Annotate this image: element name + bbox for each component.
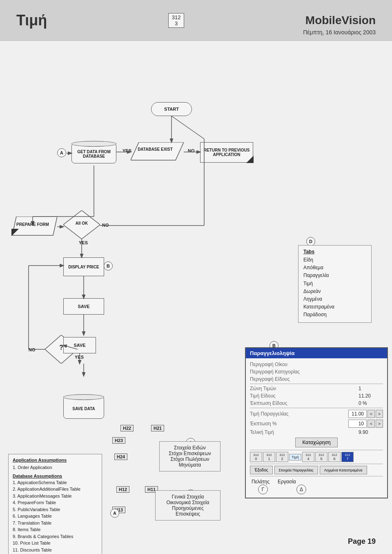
tabs-box-item: Τιμή — [303, 280, 366, 288]
page-number: Page 19 — [348, 537, 376, 546]
order-row-timi-eidous: Τιμή Είδους 11.20 — [250, 393, 383, 399]
no-label-3: NO — [29, 347, 36, 352]
label-d: D — [306, 237, 315, 246]
btab-d[interactable]: 3127 — [341, 452, 354, 462]
tabs-box-item: Ληγμένα — [303, 295, 366, 303]
btab-2[interactable]: 3122 — [276, 452, 288, 462]
db-item: 10. Price List Table — [13, 540, 98, 547]
title-right: MobileVision — [305, 14, 376, 27]
ekptosi-pct-label: Έκπτωση % — [250, 421, 348, 427]
gamma-circle: Γ — [258, 485, 268, 494]
order-row-oikos: Περιγραφή Οίκου — [250, 362, 383, 367]
yes-label-1: YES — [122, 148, 131, 153]
label-b: B — [104, 261, 113, 270]
h12-label: H12 — [116, 486, 129, 493]
db-item: 9. Brands & Categories Tables — [13, 533, 98, 540]
btab-0[interactable]: 3120 — [250, 452, 262, 462]
start-shape: START — [151, 102, 192, 116]
db-item: 11. Discounts Table — [13, 547, 98, 554]
db-items-container: 1. AppicationSchema Table2. ApplicationA… — [13, 479, 98, 554]
delta-circle: Δ — [296, 485, 306, 494]
order-panel: Παραγγελιοληψία Περιγραφή Οίκου Περιγραφ… — [245, 347, 388, 498]
liigmena-button[interactable]: Ληγμένα Κατεστραμένα — [320, 466, 367, 474]
header-date: Πέμπτη, 16 Ιανουάριος 2003 — [303, 29, 376, 36]
yes-label-3: YES — [75, 355, 84, 360]
db-item: 3. ApplicationMessages Table — [13, 493, 98, 500]
page: Τιμή 312 3 MobileVision Πέμπτη, 16 Ιανου… — [0, 0, 392, 554]
ekptosi-eidous-label: Έκπτωση Είδους — [250, 400, 359, 406]
ekptosi-pct-less[interactable]: < — [368, 420, 375, 428]
btab-5[interactable]: 3125 — [315, 452, 327, 462]
ekptosi-eidous-value: 0 % — [359, 400, 383, 406]
tabs-box-item: Παράδοση — [303, 311, 366, 319]
kataxorisi-button[interactable]: Καταχώρηση — [295, 438, 337, 447]
order-row-teliki: Τελική Τιμή 9.90 — [250, 429, 383, 435]
timi-tab[interactable]: Τιμή — [289, 454, 301, 460]
tabs-box-title: Tabs — [303, 249, 366, 255]
tabs-box-item: Απόθεμα — [303, 264, 366, 272]
header: Τιμή 312 3 MobileVision Πέμπτη, 16 Ιανου… — [0, 0, 392, 41]
teliki-label: Τελική Τιμή — [250, 429, 359, 435]
h22-label: H22 — [120, 425, 134, 431]
save-data-shape: SAVE DATA — [63, 396, 104, 419]
all-ok-shape: All OK — [63, 210, 100, 239]
db-item: 6. Languages Table — [13, 513, 98, 520]
gamma-delta-row: Γ Δ — [250, 485, 383, 494]
no-label-1: NO — [188, 148, 195, 153]
display-price-shape: DISPLAY PRICE — [63, 257, 104, 276]
svg-line-14 — [172, 116, 204, 139]
order-row-ekptosi-pct: Έκπτωση % 10 < > — [250, 420, 383, 428]
db-item: 1. AppicationSchema Table — [13, 479, 98, 486]
tabs-items-container: ΕίδηΑπόθεμαΠαραγγελίαΤιμήΔωρεάνΛηγμέναΚα… — [303, 256, 366, 319]
btab-6[interactable]: 3126 — [328, 452, 341, 462]
assumptions-box: Application Assumptions 1. Order Applica… — [8, 454, 102, 554]
tabs-box-item: Δωρεάν — [303, 288, 366, 295]
order-row-ekptosi-eidous: Έκπτωση Είδους 0 % — [250, 400, 383, 406]
title-left: Τιμή — [16, 12, 47, 29]
ekptosi-pct-value[interactable]: 10 — [348, 420, 367, 428]
timi-paraggelias-value[interactable]: 11.00 — [348, 410, 367, 418]
order-panel-title: Παραγγελιοληψία — [246, 348, 387, 358]
yes-label-2: YES — [79, 240, 88, 245]
timi-paraggelias-input[interactable]: 11.00 < > — [348, 410, 383, 418]
no-label-2: NO — [102, 223, 109, 228]
db-item: 4. PrepareForm Table — [13, 499, 98, 506]
timi-eidous-label: Τιμή Είδους — [250, 393, 359, 399]
ekptosi-pct-more[interactable]: > — [376, 420, 383, 428]
order-row-timi-paraggelias: Τιμή Παραγγελίας 11.00 < > — [250, 410, 383, 418]
h23-label: H23 — [112, 437, 125, 444]
db-item: 8. Items Table — [13, 526, 98, 533]
label-a-left: A — [57, 148, 66, 157]
assumptions-app-title: Application Assumptions — [13, 458, 98, 462]
db-item: 7. Translation Table — [13, 520, 98, 527]
btab-4[interactable]: 3124 — [302, 452, 314, 462]
bottom-tabs-row: 3120 3121 3122 Τιμή 3124 3125 3126 3127 — [250, 452, 383, 462]
timi-paraggelias-less[interactable]: < — [368, 410, 375, 418]
db-item: 5. PublicVariables Table — [13, 506, 98, 513]
tabs-box-item: Κατεστραμένα — [303, 303, 366, 311]
timi-eidous-value: 11.20 — [359, 393, 383, 399]
database-exist-shape: DATABASE EXIST — [131, 142, 176, 160]
order-row-zoni: Ζώνη Τιμών 1 — [250, 386, 383, 391]
order-row-eidos: Περιγραφή Είδους — [250, 376, 383, 382]
teliki-value: 9.90 — [359, 429, 383, 435]
assumptions-db-title: Database Assumptions — [13, 474, 98, 478]
db-item: 2. ApplicationAdditionalFiles Table — [13, 486, 98, 493]
timi-paraggelias-more[interactable]: > — [376, 410, 383, 418]
zoni-label: Ζώνη Τιμών — [250, 386, 359, 391]
h24-label: H24 — [114, 453, 127, 460]
page-box: 312 3 — [168, 13, 185, 28]
pelatis-label: Πελάτης — [252, 479, 270, 485]
ekptosi-pct-input[interactable]: 10 < > — [348, 420, 383, 428]
zoni-value: 1 — [359, 386, 383, 391]
tabs-box: Tabs ΕίδηΑπόθεμαΠαραγγελίαΤιμήΔωρεάνΛηγμ… — [298, 245, 372, 323]
nav-buttons: Έξοδος Στοιχεία Παραγγελίας Ληγμένα Κατε… — [250, 466, 383, 474]
timi-paraggelias-label: Τιμή Παραγγελίας — [250, 411, 348, 417]
exodos-button[interactable]: Έξοδος — [250, 466, 273, 474]
order-panel-body: Περιγραφή Οίκου Περιγραφή Κατηγορίας Περ… — [246, 358, 387, 498]
stoixeia-button[interactable]: Στοιχεία Παραγγελίας — [274, 466, 318, 474]
pelatis-row: Πελάτης Εργασία — [250, 479, 383, 485]
btab-1[interactable]: 3121 — [263, 452, 275, 462]
get-data-shape: GET DATA FROM DATABASE — [71, 143, 116, 163]
question-shape: ? — [45, 335, 78, 364]
